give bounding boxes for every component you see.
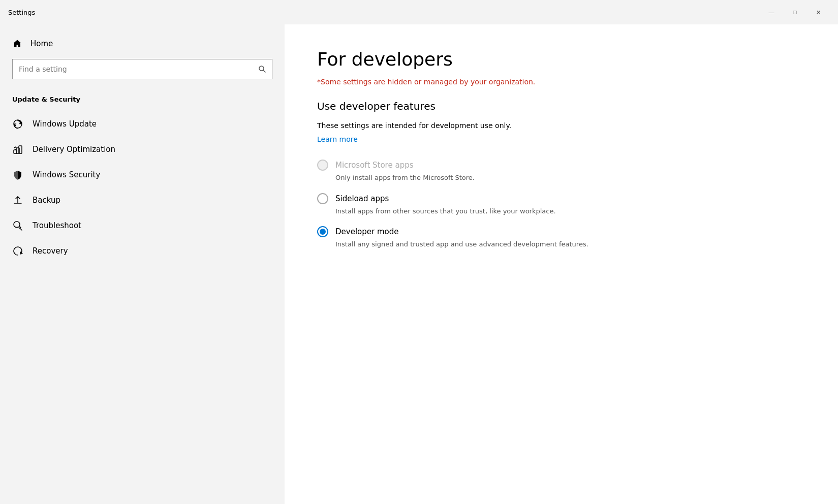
troubleshoot-icon [12,220,23,231]
delivery-optimization-label: Delivery Optimization [33,145,115,154]
sidebar-item-home[interactable]: Home [0,33,285,55]
window-controls: — □ ✕ [760,4,830,20]
windows-security-label: Windows Security [33,170,100,179]
windows-update-icon [12,118,23,130]
main-content: For developers *Some settings are hidden… [285,24,838,504]
backup-label: Backup [33,196,60,205]
radio-description-microsoft-store: Only install apps from the Microsoft Sto… [335,173,805,183]
sidebar-item-delivery-optimization[interactable]: Delivery Optimization [0,137,285,162]
radio-description-sideload: Install apps from other sources that you… [335,206,805,216]
org-notice: *Some settings are hidden or managed by … [317,78,805,86]
radio-option-developer-mode: Developer mode Install any signed and tr… [317,226,805,249]
windows-update-label: Windows Update [33,119,97,129]
recovery-icon [12,245,23,257]
maximize-button[interactable]: □ [783,4,806,20]
troubleshoot-label: Troubleshoot [33,221,81,230]
radio-label-sideload: Sideload apps [335,194,389,203]
section-heading: Use developer features [317,100,805,112]
radio-button-microsoft-store[interactable] [317,160,328,171]
sidebar-item-troubleshoot[interactable]: Troubleshoot [0,213,285,238]
search-button[interactable] [252,59,272,79]
radio-label-microsoft-store: Microsoft Store apps [335,161,414,170]
radio-description-developer-mode: Install any signed and trusted app and u… [335,239,805,249]
radio-option-microsoft-store: Microsoft Store apps Only install apps f… [317,160,805,183]
svg-line-8 [20,228,22,230]
sidebar: Home Update & Security Wi [0,24,285,504]
learn-more-link[interactable]: Learn more [317,135,358,143]
minimize-button[interactable]: — [760,4,783,20]
sidebar-item-recovery[interactable]: Recovery [0,238,285,264]
home-icon [12,39,22,49]
radio-label-row-microsoft-store: Microsoft Store apps [317,160,805,171]
search-box [12,59,272,79]
description-text: These settings are intended for developm… [317,120,805,131]
radio-group: Microsoft Store apps Only install apps f… [317,160,805,249]
title-bar: Settings — □ ✕ [0,0,838,24]
svg-line-1 [263,70,265,72]
radio-button-sideload[interactable] [317,193,328,204]
page-title: For developers [317,49,805,70]
radio-label-developer-mode: Developer mode [335,227,398,236]
sidebar-section-title: Update & Security [0,91,285,111]
delivery-optimization-icon [12,144,23,155]
home-label: Home [30,39,53,48]
windows-security-icon [12,169,23,180]
radio-button-developer-mode[interactable] [317,226,328,237]
app-title: Settings [8,9,760,16]
app-container: Home Update & Security Wi [0,24,838,504]
radio-label-row-sideload: Sideload apps [317,193,805,204]
radio-label-row-developer-mode: Developer mode [317,226,805,237]
radio-option-sideload: Sideload apps Install apps from other so… [317,193,805,216]
search-input[interactable] [12,59,272,79]
recovery-label: Recovery [33,246,68,256]
backup-icon [12,195,23,206]
close-button[interactable]: ✕ [806,4,830,20]
sidebar-item-windows-update[interactable]: Windows Update [0,111,285,137]
sidebar-item-backup[interactable]: Backup [0,187,285,213]
svg-point-0 [259,66,264,71]
sidebar-item-windows-security[interactable]: Windows Security [0,162,285,187]
